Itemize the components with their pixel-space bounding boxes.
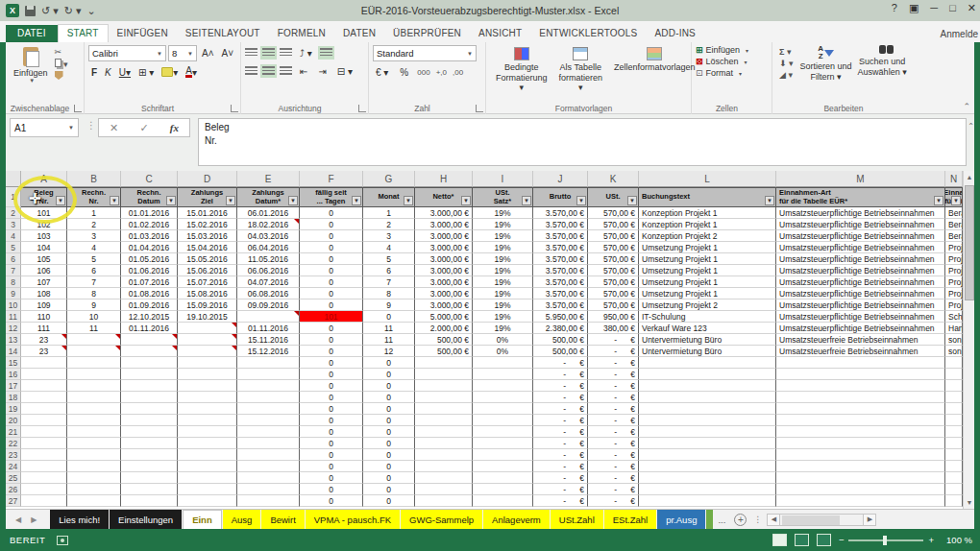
cell-N2[interactable]: Berat xyxy=(945,207,963,219)
header-cell-B1[interactable]: Rechn. Nr.▼ xyxy=(67,187,121,207)
cell-D15[interactable] xyxy=(178,357,237,369)
cell-I26[interactable] xyxy=(473,484,533,495)
cell-I22[interactable] xyxy=(473,438,533,449)
cell-E13[interactable]: 15.11.2016 xyxy=(237,334,300,346)
row-header-24[interactable]: 24 xyxy=(6,461,21,472)
column-header-K[interactable]: K xyxy=(588,171,639,187)
ribbon-tab-formeln[interactable]: FORMELN xyxy=(269,25,334,42)
row-header-10[interactable]: 10 xyxy=(6,299,21,311)
cell-C8[interactable]: 01.07.2016 xyxy=(121,276,178,288)
cell-D10[interactable]: 15.09.2016 xyxy=(178,299,237,311)
cell-G26[interactable]: 0 xyxy=(363,484,415,495)
conditional-formatting-button[interactable]: Bedingte Formatierung ▾ xyxy=(490,45,553,95)
cell-H17[interactable] xyxy=(415,380,473,392)
cell-K16[interactable]: - € xyxy=(588,369,639,380)
filter-dropdown-icon[interactable]: ▼ xyxy=(951,196,961,205)
cell-H18[interactable] xyxy=(415,392,473,403)
cell-J6[interactable]: 3.570,00 € xyxy=(533,253,588,265)
row-header-19[interactable]: 19 xyxy=(6,403,21,415)
cell-F4[interactable]: 0 xyxy=(300,230,363,242)
row-header-9[interactable]: 9 xyxy=(6,288,21,299)
cell-A3[interactable]: 102 xyxy=(21,219,67,230)
cell-G5[interactable]: 4 xyxy=(363,242,415,253)
cell-B27[interactable] xyxy=(67,495,121,507)
header-cell-H1[interactable]: Netto*▼ xyxy=(415,187,473,207)
filter-dropdown-icon[interactable]: ▼ xyxy=(110,196,119,205)
cell-H12[interactable]: 2.000,00 € xyxy=(415,323,473,334)
alignment-dialog-launcher[interactable] xyxy=(358,105,366,112)
cell-J21[interactable]: - € xyxy=(533,426,588,438)
cell-M13[interactable]: Umsatzsteuerfreie Betriebseinnahmen xyxy=(776,334,945,346)
cell-D12[interactable] xyxy=(178,323,237,334)
row-header-16[interactable]: 16 xyxy=(6,369,21,380)
row-header-1[interactable]: 1 xyxy=(6,187,21,207)
cell-A9[interactable]: 108 xyxy=(21,288,67,299)
cell-G10[interactable]: 9 xyxy=(363,299,415,311)
cell-A15[interactable] xyxy=(21,357,67,369)
cell-N20[interactable] xyxy=(945,415,963,426)
cell-C13[interactable] xyxy=(121,334,178,346)
format-painter-icon[interactable] xyxy=(55,71,68,82)
cell-L13[interactable]: Untervermietung Büro xyxy=(639,334,776,346)
cell-F23[interactable]: 0 xyxy=(300,449,363,461)
cell-E2[interactable]: 06.01.2016 xyxy=(237,207,300,219)
cell-E6[interactable]: 11.05.2016 xyxy=(237,253,300,265)
cell-A19[interactable] xyxy=(21,403,67,415)
cell-C27[interactable] xyxy=(121,495,178,507)
cell-L20[interactable] xyxy=(639,415,776,426)
sheet-tab-einstellungen[interactable]: Einstellungen xyxy=(110,510,182,529)
cell-C10[interactable]: 01.09.2016 xyxy=(121,299,178,311)
cell-J20[interactable]: - € xyxy=(533,415,588,426)
cell-A13[interactable]: 23 xyxy=(21,334,67,346)
cell-L8[interactable]: Umsetzung Projekt 1 xyxy=(639,276,776,288)
cell-A2[interactable]: 101 xyxy=(21,207,67,219)
fill-button[interactable]: ⬇ ▾ xyxy=(779,59,794,68)
cell-J4[interactable]: 3.570,00 € xyxy=(533,230,588,242)
decrease-decimal-icon[interactable]: ,00 xyxy=(453,68,463,77)
cell-F6[interactable]: 0 xyxy=(300,253,363,265)
cell-H11[interactable]: 5.000,00 € xyxy=(415,311,473,323)
cell-G18[interactable]: 0 xyxy=(363,392,415,403)
ribbon-tab-einfügen[interactable]: EINFÜGEN xyxy=(109,25,177,42)
cell-E4[interactable]: 04.03.2016 xyxy=(237,230,300,242)
cell-C11[interactable]: 12.10.2015 xyxy=(121,311,178,323)
sheet-tab-pr-ausg[interactable]: pr.Ausg xyxy=(657,510,705,529)
formula-bar-splitter[interactable]: ⋮ xyxy=(86,120,96,131)
cell-H25[interactable] xyxy=(415,472,473,484)
cell-N19[interactable] xyxy=(945,403,963,415)
cell-K17[interactable]: - € xyxy=(588,380,639,392)
cell-J5[interactable]: 3.570,00 € xyxy=(533,242,588,253)
cell-L16[interactable] xyxy=(639,369,776,380)
cell-K5[interactable]: 570,00 € xyxy=(588,242,639,253)
cell-G19[interactable]: 0 xyxy=(363,403,415,415)
cell-G6[interactable]: 5 xyxy=(363,253,415,265)
cell-N15[interactable] xyxy=(945,357,963,369)
cell-F3[interactable]: 0 xyxy=(300,219,363,230)
filter-dropdown-icon[interactable]: ▼ xyxy=(404,196,413,205)
cell-A11[interactable]: 110 xyxy=(21,311,67,323)
copy-icon[interactable]: ▾ xyxy=(55,59,68,69)
cell-B25[interactable] xyxy=(67,472,121,484)
cell-E3[interactable]: 18.02.2016 xyxy=(237,219,300,230)
cell-N3[interactable]: Berat xyxy=(945,219,963,230)
cell-C14[interactable] xyxy=(121,346,178,357)
cell-K9[interactable]: 570,00 € xyxy=(588,288,639,299)
row-header-2[interactable]: 2 xyxy=(6,207,21,219)
cell-D20[interactable] xyxy=(178,415,237,426)
cell-C19[interactable] xyxy=(121,403,178,415)
cell-K18[interactable]: - € xyxy=(588,392,639,403)
cell-H8[interactable]: 3.000,00 € xyxy=(415,276,473,288)
cut-icon[interactable]: ✂ xyxy=(55,47,68,57)
cell-A25[interactable] xyxy=(21,472,67,484)
cell-F8[interactable]: 0 xyxy=(300,276,363,288)
cell-M2[interactable]: Umsatzsteuerpflichtige Betriebseinnahmen xyxy=(776,207,945,219)
cell-J25[interactable]: - € xyxy=(533,472,588,484)
cell-E20[interactable] xyxy=(237,415,300,426)
cell-A16[interactable] xyxy=(21,369,67,380)
cell-C15[interactable] xyxy=(121,357,178,369)
row-header-27[interactable]: 27 xyxy=(6,495,21,507)
header-cell-F1[interactable]: fällig seit ... Tagen▼ xyxy=(300,187,363,207)
maximize-button[interactable]: □ xyxy=(949,2,956,14)
ribbon-tab-ansicht[interactable]: ANSICHT xyxy=(470,25,530,42)
cell-H24[interactable] xyxy=(415,461,473,472)
